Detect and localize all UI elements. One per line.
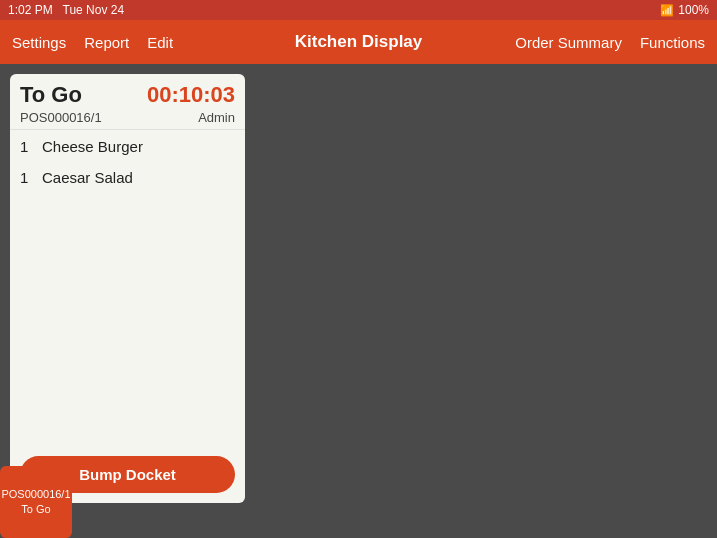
nav-title: Kitchen Display (295, 32, 423, 52)
order-user: Admin (198, 110, 235, 125)
order-title-row: To Go 00:10:03 (20, 82, 235, 108)
order-card: To Go 00:10:03 POS000016/1 Admin 1Cheese… (10, 74, 245, 503)
nav-bar: Settings Report Edit Kitchen Display Ord… (0, 20, 717, 64)
item-qty: 1 (20, 138, 32, 155)
nav-settings[interactable]: Settings (12, 34, 66, 51)
order-meta-row: POS000016/1 Admin (20, 110, 235, 125)
nav-order-summary[interactable]: Order Summary (515, 34, 622, 51)
thumbnail-order-id: POS000016/1 (1, 487, 70, 502)
thumbnail-order-type: To Go (21, 502, 50, 517)
item-qty: 1 (20, 169, 32, 186)
main-content: To Go 00:10:03 POS000016/1 Admin 1Cheese… (0, 64, 717, 538)
status-date: Tue Nov 24 (63, 3, 125, 17)
status-bar: 1:02 PM Tue Nov 24 📶 100% (0, 0, 717, 20)
wifi-icon: 📶 (660, 4, 674, 17)
order-card-header: To Go 00:10:03 POS000016/1 Admin (10, 74, 245, 130)
battery-level: 100% (678, 3, 709, 17)
nav-right: Order Summary Functions (515, 34, 705, 51)
nav-functions[interactable]: Functions (640, 34, 705, 51)
order-timer: 00:10:03 (147, 82, 235, 108)
order-item: 1Caesar Salad (20, 169, 235, 186)
nav-edit[interactable]: Edit (147, 34, 173, 51)
order-thumbnail[interactable]: POS000016/1 To Go (0, 466, 72, 538)
nav-report[interactable]: Report (84, 34, 129, 51)
order-type: To Go (20, 82, 82, 108)
order-item: 1Cheese Burger (20, 138, 235, 155)
item-name: Caesar Salad (42, 169, 133, 186)
status-time-date: 1:02 PM Tue Nov 24 (8, 3, 124, 17)
nav-left: Settings Report Edit (12, 34, 173, 51)
order-items-list: 1Cheese Burger1Caesar Salad (10, 130, 245, 450)
status-time: 1:02 PM (8, 3, 53, 17)
order-id: POS000016/1 (20, 110, 102, 125)
status-right: 📶 100% (660, 3, 709, 17)
item-name: Cheese Burger (42, 138, 143, 155)
